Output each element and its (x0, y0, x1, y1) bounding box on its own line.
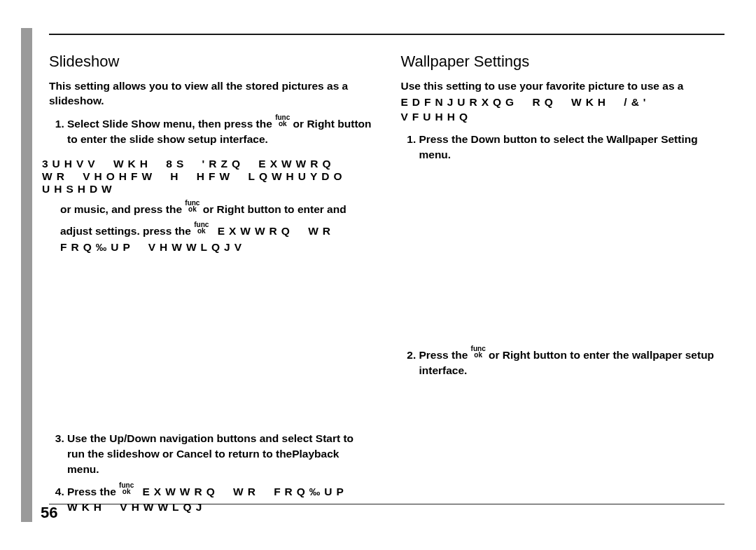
wallpaper-intro: Use this setting to use your favorite pi… (401, 79, 725, 94)
slideshow-step2-line2: adjust settings. press the funcok EXWWRQ… (60, 221, 373, 256)
step2-cont-a: or music, and press the (60, 203, 185, 215)
slideshow-steps: Select Slide Show menu, then press the f… (49, 114, 373, 148)
wallpaper-step-2: Press the funcok or Right button to ente… (419, 345, 725, 379)
func-ok-icon: funcok (185, 200, 200, 212)
func-ok-icon: funcok (119, 482, 134, 495)
slideshow-step-1: Select Slide Show menu, then press the f… (67, 114, 373, 148)
slideshow-step2-garbled: 3UHVV WKH 8S 'RZQ EXWWRQ WR VHOHFW H HFW… (42, 158, 373, 195)
side-margin-bar (21, 28, 32, 522)
slideshow-step2-continuation: or music, and press the funcok or Right … (60, 200, 373, 217)
func-ok-icon: funcok (471, 345, 486, 358)
step2-cont-b: or Right button to enter and (200, 203, 346, 215)
wallpaper-step-2-block: Press the funcok or Right button to ente… (401, 345, 725, 379)
slideshow-intro: This setting allows you to view all the … (49, 79, 373, 109)
step2-cont-c: adjust settings. press the (60, 225, 194, 237)
func-ok-icon: funcok (275, 114, 290, 127)
wallpaper-heading: Wallpaper Settings (401, 53, 725, 71)
slideshow-column: Slideshow This setting allows you to vie… (49, 53, 373, 497)
wallpaper-column: Wallpaper Settings Use this setting to u… (401, 53, 725, 497)
slideshow-step-4: Press the funcok EXWWRQ WR FRQ‰UP WKH VH… (67, 482, 373, 516)
step1-text-a: Select Slide Show menu, then press the (67, 118, 275, 130)
slideshow-step-3: Use the Up/Down navigation buttons and s… (67, 431, 373, 478)
slideshow-heading: Slideshow (49, 53, 373, 71)
func-ok-icon: funcok (194, 221, 209, 234)
top-rule (49, 34, 724, 35)
step4-a: Press the (67, 486, 119, 497)
wallpaper-step-1: Press the Down button to select the Wall… (419, 132, 725, 163)
bottom-rule (49, 504, 724, 505)
wallpaper-step-2-list: Press the funcok or Right button to ente… (401, 345, 725, 379)
wallpaper-steps: Press the Down button to select the Wall… (401, 132, 725, 163)
page-content: Slideshow This setting allows you to vie… (49, 53, 724, 497)
wallpaper-intro-garbled: EDFNJURXQG RQ WKH /&' VFUHHQ (401, 95, 725, 125)
wall-step2-a: Press the (419, 349, 471, 361)
page-number: 56 (41, 504, 57, 522)
